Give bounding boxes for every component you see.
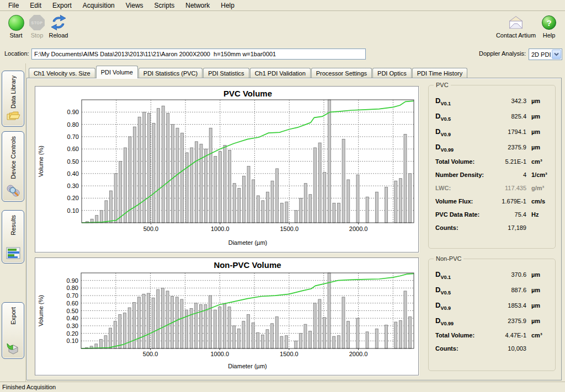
svg-text:0.60: 0.60: [67, 146, 79, 152]
tab-pdi-optics[interactable]: PDI Optics: [372, 68, 412, 78]
stat-row: Number Density:41/cm³: [435, 171, 551, 185]
stat-value: 342.3: [490, 98, 526, 104]
non-pvc-volume-chart-panel: 0.100.200.300.400.500.600.700.800.90500.…: [35, 257, 419, 375]
start-icon: [8, 15, 24, 31]
non-pvc-volume-chart: 0.100.200.300.400.500.600.700.800.90500.…: [35, 258, 418, 375]
stat-label: Volume Flux:: [435, 198, 490, 205]
pvc-stats-rows: DV0.1342.3µmDV0.5825.4µmDV0.91794.1µmDV0…: [435, 96, 551, 238]
stat-label: Number Density:: [435, 171, 490, 178]
chevron-down-icon[interactable]: [552, 50, 561, 59]
stat-unit: µm: [526, 128, 551, 135]
stat-label: DV0.9: [435, 301, 490, 311]
svg-text:0.10: 0.10: [67, 337, 78, 344]
doppler-analysis-label: Doppler Analysis:: [479, 50, 526, 57]
stat-value: 5.21E-1: [490, 158, 526, 165]
help-icon: ?: [542, 15, 556, 30]
stat-value: 1.679E-1: [490, 198, 526, 205]
stat-label: DV0.1: [435, 96, 490, 106]
svg-text:Volume (%): Volume (%): [38, 295, 44, 326]
stat-row: LWC:117.435g/m³: [435, 185, 551, 198]
reload-icon: [50, 14, 67, 31]
sidebar-item-data-library[interactable]: Data Library: [2, 71, 24, 127]
svg-text:0.50: 0.50: [67, 308, 78, 314]
stat-row: Total Volume:5.21E-1cm³: [435, 158, 551, 171]
stat-value: 117.435: [490, 185, 526, 191]
stat-row: Counts:17,189: [435, 224, 551, 238]
menu-item-acquisition[interactable]: Acquisition: [78, 1, 120, 10]
sidebar-item-label: Device Controls: [10, 136, 17, 179]
location-row: Location: Doppler Analysis: 2D PDI: [0, 46, 565, 62]
pvc-groupbox-title: PVC: [434, 82, 451, 88]
non-pvc-stats-rows: DV0.1370.6µmDV0.5887.6µmDV0.91853.4µmDV0…: [435, 270, 551, 358]
gears-icon: [6, 184, 21, 198]
stat-unit: cm³: [526, 332, 551, 339]
menu-item-export[interactable]: Export: [47, 1, 77, 10]
stat-row: Volume Flux:1.679E-1cm/s: [435, 198, 551, 211]
stat-label: DV0.5: [435, 112, 490, 122]
stat-value: 370.6: [490, 271, 526, 278]
sidebar-item-device-controls[interactable]: Device Controls: [2, 131, 24, 202]
sidebar-item-results[interactable]: Results: [2, 210, 24, 264]
tab-processor-settings[interactable]: Processor Settings: [311, 68, 372, 78]
svg-text:0.30: 0.30: [67, 323, 78, 329]
stat-label: DV0.9: [435, 127, 490, 137]
svg-text:500.0: 500.0: [143, 225, 159, 232]
menu-item-file[interactable]: File: [3, 1, 24, 10]
pvc-stats-groupbox: PVC DV0.1342.3µmDV0.5825.4µmDV0.91794.1µ…: [428, 85, 556, 249]
stat-label: PVC Data Rate:: [435, 211, 490, 218]
doppler-analysis-select[interactable]: 2D PDI: [529, 49, 562, 60]
sidebar: Data LibraryDevice ControlsResultsExport: [0, 63, 26, 382]
non-pvc-stats-groupbox: Non-PVC DV0.1370.6µmDV0.5887.6µmDV0.9185…: [428, 259, 556, 371]
app-window: FileEditExportAcquisitionViewsScriptsNet…: [0, 0, 565, 392]
svg-text:1000.0: 1000.0: [210, 351, 229, 357]
stat-value: 887.6: [490, 287, 526, 293]
stat-value: 1853.4: [490, 302, 526, 309]
tab-pdi-time-history[interactable]: PDI Time History: [412, 68, 468, 78]
tab-pdi-statistics[interactable]: PDI Statistics: [203, 68, 249, 78]
stat-value: 4.47E-1: [490, 332, 526, 339]
stat-row: Counts:10,003: [435, 345, 551, 358]
menu-bar: FileEditExportAcquisitionViewsScriptsNet…: [0, 0, 565, 11]
stat-value: 4: [490, 171, 526, 178]
svg-text:0.40: 0.40: [67, 170, 79, 177]
sidebar-item-export[interactable]: Export: [2, 302, 24, 359]
svg-text:0.70: 0.70: [67, 292, 78, 299]
stat-value: 10,003: [490, 345, 526, 352]
svg-text:0.90: 0.90: [67, 277, 78, 284]
menu-item-edit[interactable]: Edit: [25, 1, 46, 10]
help-button[interactable]: ? Help: [536, 12, 562, 39]
tab-pdi-volume[interactable]: PDI Volume: [96, 66, 138, 78]
tab-pdi-statistics-pvc-[interactable]: PDI Statistics (PVC): [138, 68, 202, 78]
contact-artium-label: Contact Artium: [494, 32, 538, 39]
location-input[interactable]: [31, 49, 366, 60]
stat-label: Total Volume:: [435, 158, 490, 165]
menu-item-help[interactable]: Help: [216, 1, 239, 10]
export-icon: [6, 342, 21, 355]
menu-item-views[interactable]: Views: [121, 1, 148, 10]
reload-button[interactable]: Reload: [44, 12, 73, 39]
contact-artium-button[interactable]: Contact Artium: [494, 12, 538, 39]
tab-ch1-pdi-validation[interactable]: Ch1 PDI Validation: [250, 68, 311, 78]
svg-text:0.90: 0.90: [67, 109, 79, 115]
stat-label: DV0.99: [435, 143, 490, 153]
svg-text:0.60: 0.60: [67, 300, 78, 307]
stat-unit: 1/cm³: [526, 171, 551, 178]
stat-row: DV0.992375.9µm: [435, 143, 551, 158]
tab-ch1-velocity-vs-size[interactable]: Ch1 Velocity vs. Size: [29, 68, 95, 78]
status-bar: Finished Acquisition: [0, 382, 565, 392]
stat-label: Total Volume:: [435, 332, 490, 339]
sidebar-item-label: Export: [10, 307, 17, 325]
menu-item-scripts[interactable]: Scripts: [150, 1, 180, 10]
menu-item-network[interactable]: Network: [180, 1, 215, 10]
stat-unit: µm: [526, 287, 551, 293]
reload-button-label: Reload: [44, 32, 73, 39]
stat-row: DV0.5825.4µm: [435, 112, 551, 127]
stat-label: DV0.5: [435, 286, 490, 296]
svg-text:0.70: 0.70: [67, 133, 79, 140]
pdi-volume-tab-page: 0.100.200.300.400.500.600.700.800.90500.…: [26, 78, 562, 380]
stat-label: Counts:: [435, 224, 490, 231]
svg-text:0.30: 0.30: [67, 182, 79, 189]
svg-text:0.20: 0.20: [67, 330, 78, 337]
svg-text:2000.0: 2000.0: [349, 351, 368, 357]
svg-text:0.40: 0.40: [67, 315, 78, 321]
